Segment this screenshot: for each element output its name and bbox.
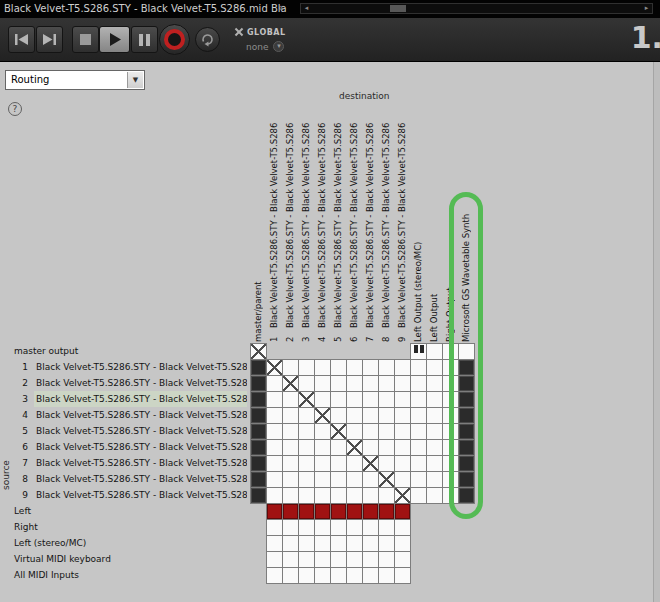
matrix-cell[interactable] xyxy=(362,567,379,584)
row-label[interactable]: Left xyxy=(12,503,33,519)
matrix-cell[interactable] xyxy=(410,375,427,392)
matrix-cell[interactable] xyxy=(410,455,427,472)
row-label[interactable]: Black Velvet-T5.S286.STY - Black Velvet-… xyxy=(34,375,247,391)
matrix-cell[interactable] xyxy=(410,487,427,504)
matrix-cell[interactable] xyxy=(298,471,315,488)
matrix-cell[interactable] xyxy=(426,471,443,488)
matrix-cell[interactable] xyxy=(394,359,411,376)
play-button[interactable] xyxy=(99,26,130,53)
matrix-cell[interactable] xyxy=(394,439,411,456)
matrix-cell[interactable] xyxy=(378,407,395,424)
matrix-cell-filled[interactable] xyxy=(250,471,267,488)
matrix-cell-filled[interactable] xyxy=(250,391,267,408)
row-label[interactable]: Left (stereo/MC) xyxy=(12,535,88,551)
matrix-cell[interactable] xyxy=(330,455,347,472)
matrix-cell[interactable] xyxy=(314,519,331,536)
row-label[interactable]: Black Velvet-T5.S286.STY - Black Velvet-… xyxy=(34,439,247,455)
stop-button[interactable] xyxy=(72,26,99,53)
matrix-cell[interactable] xyxy=(378,455,395,472)
next-button[interactable] xyxy=(36,26,63,53)
matrix-cell-output-icon[interactable] xyxy=(410,343,427,360)
row-label[interactable]: Black Velvet-T5.S286.STY - Black Velvet-… xyxy=(34,487,247,503)
matrix-cell[interactable] xyxy=(266,407,283,424)
matrix-cell[interactable] xyxy=(362,359,379,376)
matrix-cell[interactable] xyxy=(426,391,443,408)
matrix-cell[interactable] xyxy=(298,567,315,584)
matrix-cell[interactable] xyxy=(346,359,363,376)
chevron-down-icon[interactable]: ▾ xyxy=(273,41,284,52)
matrix-cell[interactable] xyxy=(266,487,283,504)
matrix-cell[interactable] xyxy=(282,407,299,424)
row-label[interactable]: Black Velvet-T5.S286.STY - Black Velvet-… xyxy=(34,455,247,471)
pause-button[interactable] xyxy=(131,26,158,53)
matrix-cell[interactable] xyxy=(314,535,331,552)
matrix-cell[interactable] xyxy=(330,391,347,408)
matrix-cell[interactable] xyxy=(330,551,347,568)
matrix-cell[interactable] xyxy=(426,455,443,472)
matrix-cell[interactable] xyxy=(330,407,347,424)
matrix-cell[interactable] xyxy=(410,391,427,408)
matrix-cell[interactable] xyxy=(362,391,379,408)
matrix-cell-cross[interactable] xyxy=(362,455,379,472)
matrix-cell[interactable] xyxy=(314,439,331,456)
matrix-cell[interactable] xyxy=(426,487,443,504)
col-header[interactable]: Left Output (stereo/MC) xyxy=(410,105,426,342)
row-label[interactable]: Virtual MIDI keyboard xyxy=(12,551,113,567)
matrix-cell[interactable] xyxy=(282,487,299,504)
scrollbar-track[interactable] xyxy=(312,4,641,13)
matrix-cell-red[interactable] xyxy=(266,503,283,520)
row-label[interactable]: All MIDI Inputs xyxy=(12,567,81,583)
matrix-cell[interactable] xyxy=(394,407,411,424)
matrix-cell[interactable] xyxy=(346,407,363,424)
matrix-cell[interactable] xyxy=(266,535,283,552)
matrix-cell[interactable] xyxy=(378,519,395,536)
matrix-cell[interactable] xyxy=(282,471,299,488)
col-header[interactable]: 6 Black Velvet-T5.S286.STY - Black Velve… xyxy=(346,105,362,342)
matrix-cell[interactable] xyxy=(330,487,347,504)
matrix-cell[interactable] xyxy=(330,519,347,536)
collapse-icon[interactable]: « xyxy=(278,2,284,13)
matrix-cell[interactable] xyxy=(378,423,395,440)
top-scrollbar[interactable]: ◂ ▸ xyxy=(300,3,653,14)
matrix-cell[interactable] xyxy=(314,455,331,472)
matrix-cell[interactable] xyxy=(330,375,347,392)
matrix-cell[interactable] xyxy=(266,519,283,536)
matrix-cell-cross[interactable] xyxy=(298,391,315,408)
col-header[interactable]: 1 Black Velvet-T5.S286.STY - Black Velve… xyxy=(266,105,282,342)
col-header[interactable]: 7 Black Velvet-T5.S286.STY - Black Velve… xyxy=(362,105,378,342)
matrix-cell[interactable] xyxy=(282,535,299,552)
matrix-cell[interactable] xyxy=(298,423,315,440)
matrix-cell[interactable] xyxy=(394,551,411,568)
matrix-cell[interactable] xyxy=(394,455,411,472)
row-label[interactable]: Black Velvet-T5.S286.STY - Black Velvet-… xyxy=(34,407,247,423)
row-label[interactable]: master output xyxy=(12,343,80,359)
matrix-cell[interactable] xyxy=(378,567,395,584)
matrix-cell[interactable] xyxy=(298,359,315,376)
matrix-cell[interactable] xyxy=(362,519,379,536)
row-label[interactable]: Black Velvet-T5.S286.STY - Black Velvet-… xyxy=(34,471,247,487)
matrix-cell[interactable] xyxy=(346,535,363,552)
matrix-cell[interactable] xyxy=(394,519,411,536)
matrix-cell-red[interactable] xyxy=(378,503,395,520)
matrix-cell[interactable] xyxy=(378,439,395,456)
matrix-cell[interactable] xyxy=(330,471,347,488)
matrix-cell[interactable] xyxy=(378,391,395,408)
matrix-cell[interactable] xyxy=(378,375,395,392)
matrix-cell[interactable] xyxy=(426,407,443,424)
matrix-cell-filled[interactable] xyxy=(250,487,267,504)
matrix-cell[interactable] xyxy=(426,439,443,456)
matrix-cell[interactable] xyxy=(362,487,379,504)
matrix-cell[interactable] xyxy=(410,471,427,488)
loop-button[interactable] xyxy=(195,27,220,52)
matrix-cell[interactable] xyxy=(394,535,411,552)
scroll-left-icon[interactable]: ◂ xyxy=(301,4,312,13)
scrollbar-thumb[interactable] xyxy=(390,5,406,12)
matrix-cell[interactable] xyxy=(346,471,363,488)
matrix-cell[interactable] xyxy=(410,359,427,376)
previous-button[interactable] xyxy=(8,26,35,53)
matrix-cell-filled[interactable] xyxy=(250,439,267,456)
matrix-cell[interactable] xyxy=(298,439,315,456)
matrix-cell-filled[interactable] xyxy=(250,455,267,472)
matrix-cell[interactable] xyxy=(362,535,379,552)
matrix-cell-filled[interactable] xyxy=(250,407,267,424)
